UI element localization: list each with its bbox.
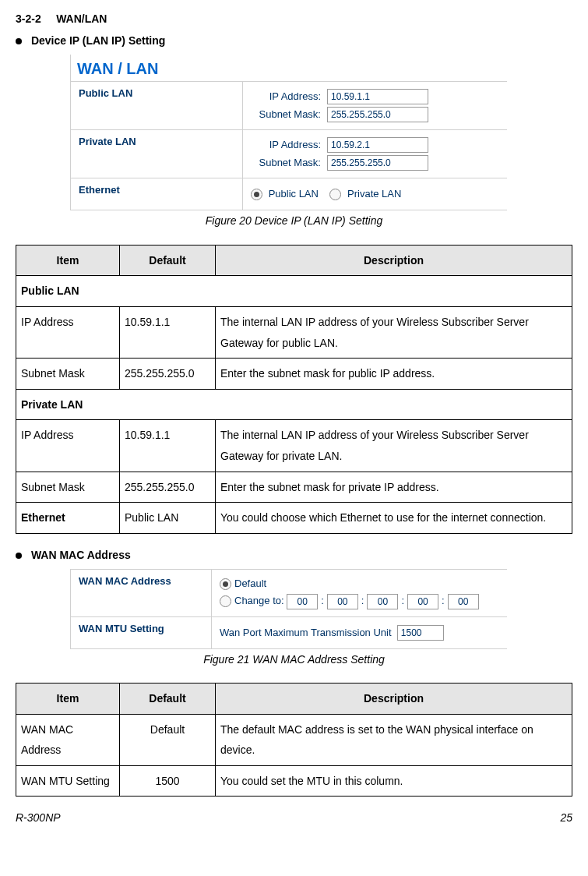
public-lan-ip-input[interactable]: [327, 89, 428, 104]
cell-desc: The internal LAN IP address of your Wire…: [216, 420, 572, 472]
cell-default: 10.59.1.1: [120, 420, 216, 472]
mtu-input[interactable]: [397, 625, 444, 641]
panel-label-private-lan: Private LAN: [71, 130, 243, 178]
th-item: Item: [16, 683, 120, 715]
cell-default: Default: [120, 714, 216, 765]
cell-desc: The default MAC address is set to the WA…: [216, 714, 572, 765]
panel-fields-ethernet: Public LAN Private LAN: [243, 182, 507, 206]
row-private-lan-header: Private LAN: [16, 389, 572, 420]
mask-label: Subnet Mask:: [251, 108, 321, 122]
mtu-text: Wan Port Maximum Transmission Unit: [220, 627, 392, 638]
panel-fields-wan-mac: Default Change to: : : : :: [212, 570, 507, 616]
radio-private-lan[interactable]: [329, 189, 341, 200]
figure20-caption: Figure 20 Device IP (LAN IP) Setting: [16, 214, 572, 229]
cell-item: IP Address: [16, 420, 120, 472]
cell-default: 255.255.255.0: [120, 472, 216, 503]
bullet-device-ip: Device IP (LAN IP) Setting: [16, 34, 572, 49]
panel-row-wan-mtu: WAN MTU Setting Wan Port Maximum Transmi…: [71, 616, 507, 648]
bullet-icon: [16, 553, 22, 559]
figure-wan-lan-panel: WAN / LAN Public LAN IP Address: Subnet …: [70, 55, 507, 210]
private-lan-mask-input[interactable]: [327, 155, 428, 171]
private-lan-ip-input[interactable]: [327, 137, 428, 153]
panel-row-wan-mac: WAN MAC Address Default Change to: : : :…: [71, 569, 507, 616]
bullet-label: Device IP (LAN IP) Setting: [31, 34, 165, 47]
panel-label-public-lan: Public LAN: [71, 82, 243, 129]
cell-desc: Enter the subnet mask for private IP add…: [216, 472, 572, 503]
th-item: Item: [16, 245, 120, 276]
radio-mac-change[interactable]: [220, 595, 231, 607]
figure-wan-mac-panel: WAN MAC Address Default Change to: : : :…: [70, 569, 507, 648]
radio-public-lan-label: Public LAN: [269, 188, 319, 200]
panel-fields-public-lan: IP Address: Subnet Mask:: [243, 82, 507, 129]
cell-default: 1500: [120, 765, 216, 797]
panel-label-wan-mac: WAN MAC Address: [71, 570, 212, 616]
panel-label-wan-mtu: WAN MTU Setting: [71, 617, 212, 648]
footer-model: R-300NP: [16, 811, 61, 826]
th-description: Description: [216, 683, 572, 715]
ip-label: IP Address:: [251, 90, 321, 104]
cell-item: IP Address: [16, 306, 120, 358]
cell-desc: The internal LAN IP address of your Wire…: [216, 306, 572, 358]
radio-mac-change-label: Change to:: [234, 594, 284, 608]
mac-2[interactable]: [367, 594, 398, 609]
cell-item: Subnet Mask: [16, 472, 120, 503]
radio-mac-default-label: Default: [234, 577, 266, 591]
table-wan-mac: Item Default Description WAN MAC Address…: [16, 683, 572, 797]
cell-item: WAN MTU Setting: [16, 765, 120, 797]
cell-desc: Enter the subnet mask for public IP addr…: [216, 359, 572, 390]
bullet-icon: [16, 38, 22, 44]
ip-label: IP Address:: [251, 138, 321, 152]
mac-4[interactable]: [448, 594, 479, 609]
panel-row-private-lan: Private LAN IP Address: Subnet Mask:: [71, 129, 507, 178]
cell-desc: You could choose which Ethernet to use f…: [216, 503, 572, 534]
page-footer: R-300NP 25: [16, 811, 572, 826]
bullet-label: WAN MAC Address: [31, 549, 131, 561]
panel-title: WAN / LAN: [71, 55, 507, 81]
footer-page: 25: [560, 811, 572, 826]
panel-row-public-lan: Public LAN IP Address: Subnet Mask:: [71, 81, 507, 129]
section-title: WAN/LAN: [56, 12, 107, 25]
row-public-lan-header: Public LAN: [16, 276, 572, 307]
panel-fields-private-lan: IP Address: Subnet Mask:: [243, 130, 507, 178]
radio-mac-default[interactable]: [220, 578, 231, 590]
cell-default: 255.255.255.0: [120, 359, 216, 390]
cell-desc: You could set the MTU in this column.: [216, 765, 572, 797]
mac-0[interactable]: [287, 594, 318, 609]
mac-1[interactable]: [327, 594, 358, 609]
th-description: Description: [216, 245, 572, 276]
cell-item: Subnet Mask: [16, 359, 120, 390]
th-default: Default: [120, 245, 216, 276]
panel-row-ethernet: Ethernet Public LAN Private LAN: [71, 178, 507, 210]
cell-item: WAN MAC Address: [16, 714, 120, 765]
table-device-ip: Item Default Description Public LAN IP A…: [16, 245, 572, 534]
radio-private-lan-label: Private LAN: [347, 188, 401, 200]
panel-fields-wan-mtu: Wan Port Maximum Transmission Unit: [212, 620, 507, 645]
radio-public-lan[interactable]: [251, 189, 262, 200]
section-number: 3-2-2: [16, 12, 41, 25]
figure21-caption: Figure 21 WAN MAC Address Setting: [16, 652, 572, 668]
cell-default: Public LAN: [120, 503, 216, 534]
bullet-wan-mac: WAN MAC Address: [16, 548, 572, 563]
public-lan-mask-input[interactable]: [327, 107, 428, 122]
mac-3[interactable]: [407, 594, 438, 609]
panel-label-ethernet: Ethernet: [71, 178, 243, 210]
mask-label: Subnet Mask:: [251, 156, 321, 170]
cell-default: 10.59.1.1: [120, 306, 216, 358]
cell-item: Ethernet: [16, 503, 120, 534]
section-heading: 3-2-2 WAN/LAN: [16, 12, 572, 27]
th-default: Default: [120, 683, 216, 715]
